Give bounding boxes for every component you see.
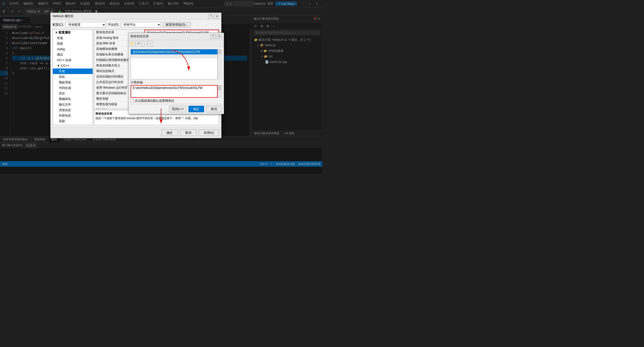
tree-cpp[interactable]: ▼ C/C++ [53, 63, 93, 68]
calc-value: E:\dev\HelloLib\Dependencies\GLFW\includ… [131, 85, 218, 98]
tree-advanced[interactable]: 高级 [53, 41, 93, 46]
tree-vcpkg[interactable]: vcpkg [53, 46, 93, 52]
props-tree: ▼ 配置属性 常规 高级 vcpkg 调试 VC++ 目录 ▼ C/C++ 常规… [53, 29, 93, 125]
dialog-overlay: HelloLib 属性页 ? ✕ 配置(C): 所有配置 平台(P): 所有平台… [0, 0, 322, 174]
sub-list-scrollbar-area [131, 54, 217, 58]
props-apply-btn[interactable]: 应用(A) [199, 129, 219, 136]
sub-dialog-title-bar: 附加包含目录 ? ✕ [129, 33, 224, 40]
sub-inherit: 从父级或项目默认设置继承(I) [131, 99, 222, 103]
sub-dialog-list-container: $(SolutionDir)Dependencies\GLFW\include\… [131, 49, 222, 79]
sub-toolbar-up-btn[interactable]: ↑ [148, 41, 153, 46]
properties-dialog-controls: ? ✕ [208, 14, 219, 19]
tree-cpp-codegen[interactable]: 代码生成 [53, 85, 93, 91]
config-select[interactable]: 所有配置 [66, 22, 106, 27]
properties-dialog-title-bar[interactable]: HelloLib 属性页 ? ✕ [51, 13, 221, 20]
calc-label: 计算的值: [131, 80, 222, 85]
sub-dialog-help-btn[interactable]: ? [211, 34, 216, 39]
macro-btn[interactable]: 宏(M) >> [169, 106, 186, 112]
sub-dialog-close-btn[interactable]: ✕ [217, 34, 222, 39]
inherit-label: 从父级或项目默认设置继承(I) [135, 99, 174, 103]
sub-toolbar-folder-btn[interactable]: 📁 [130, 41, 135, 46]
sub-toolbar-delete-btn[interactable]: ✕ [136, 41, 141, 46]
props-cancel-btn[interactable]: 取消 [180, 129, 197, 136]
tree-general[interactable]: 常规 [53, 35, 93, 41]
sub-dialog-toolbar: 📁 ✕ ↓ ↑ [129, 40, 224, 47]
calc-scrollbar[interactable] [218, 85, 222, 98]
tree-cpp-lang[interactable]: 语言 [53, 91, 93, 96]
sub-footer: 宏(M) >> 确定 取消 [129, 104, 224, 114]
tree-cpp-optimize[interactable]: 优化 [53, 74, 93, 80]
config-row: 配置(C): 所有配置 平台(P): 所有平台 配置管理器(O)... [53, 22, 219, 27]
tree-cpp-preprocessor[interactable]: 预处理器 [53, 80, 93, 85]
props-desc-text: 指定一个或多个要添加到 include 路径中的目录；如果指定多个，请用 ";"… [96, 116, 217, 120]
sub-dialog-controls: ? ✕ [211, 34, 222, 39]
platform-select[interactable]: 所有平台 [121, 22, 161, 27]
config-mgr-btn[interactable]: 配置管理器(O)... [163, 22, 191, 27]
scrollbar-thumb [218, 49, 221, 54]
tree-cpp-pch[interactable]: 预编译头 [53, 96, 93, 102]
platform-label: 平台(P): [108, 23, 119, 27]
properties-dialog-footer: 确定 取消 应用(A) [51, 127, 221, 138]
tree-cpp-external[interactable]: 外部包含 [53, 113, 93, 118]
config-label: 配置(C): [53, 23, 64, 27]
tree-debug[interactable]: 调试 [53, 52, 93, 57]
sub-ok-btn[interactable]: 确定 [188, 106, 204, 112]
sub-dialog-list: $(SolutionDir)Dependencies\GLFW\include\… [131, 49, 218, 79]
sub-dialog-title: 附加包含目录 [131, 34, 149, 39]
tree-cpp-general[interactable]: 常规 [53, 68, 93, 74]
properties-help-btn[interactable]: ? [208, 14, 213, 19]
inherit-checkbox[interactable] [131, 99, 134, 102]
sub-dialog-scrollbar[interactable] [218, 49, 222, 79]
tree-cpp-all[interactable]: 所有选项 [53, 124, 93, 125]
tree-config-props[interactable]: ▼ 配置属性 [53, 30, 93, 35]
props-ok-btn[interactable]: 确定 [161, 129, 178, 136]
sub-dialog-include-dirs: 附加包含目录 ? ✕ 📁 ✕ ↓ ↑ $(SolutionDir)Depende… [128, 33, 224, 114]
tree-cpp-browse[interactable]: 浏览信息 [53, 107, 93, 113]
sub-toolbar-down-btn[interactable]: ↓ [142, 41, 147, 46]
calc-value-container: E:\dev\HelloLib\Dependencies\GLFW\includ… [131, 85, 222, 98]
tree-cpp-output[interactable]: 输出文件 [53, 102, 93, 107]
tree-vc-dirs[interactable]: VC++ 目录 [53, 57, 93, 63]
sub-cancel-btn[interactable]: 取消 [206, 106, 222, 112]
sub-list-item-glfw[interactable]: $(SolutionDir)Dependencies\GLFW\include\… [131, 49, 217, 54]
properties-dialog-title: HelloLib 属性页 [53, 14, 73, 18]
tree-cpp-adv[interactable]: 高级 [53, 118, 93, 124]
sub-dialog-calc: 计算的值: E:\dev\HelloLib\Dependencies\GLFW\… [131, 80, 222, 98]
properties-close-btn[interactable]: ✕ [214, 14, 219, 19]
calc-scrollbar-thumb [218, 85, 221, 90]
